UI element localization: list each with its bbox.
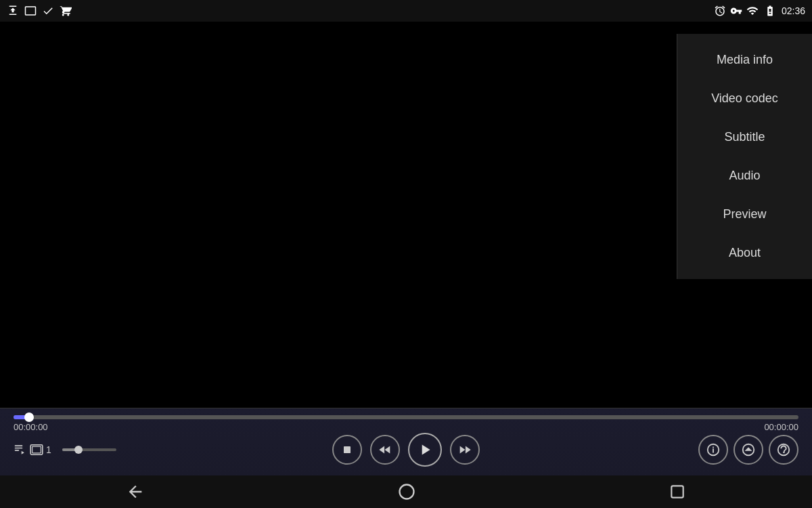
volume-thumb xyxy=(74,446,83,454)
status-bar: 02:36 xyxy=(0,0,812,22)
back-icon xyxy=(126,482,145,501)
help-button[interactable] xyxy=(769,435,798,465)
playlist-icon xyxy=(14,443,27,457)
playlist-number: 1 xyxy=(46,444,51,455)
left-controls: 1 xyxy=(14,443,116,457)
progress-container[interactable] xyxy=(10,408,802,421)
key-icon xyxy=(730,5,742,17)
task-icon xyxy=(42,5,54,17)
home-icon xyxy=(397,482,416,501)
context-menu: Media info Video codec Subtitle Audio Pr… xyxy=(677,34,812,279)
progress-thumb xyxy=(24,412,34,422)
alarm-icon xyxy=(714,5,726,17)
battery-icon xyxy=(763,5,777,17)
recent-icon xyxy=(669,483,686,501)
menu-item-media-info[interactable]: Media info xyxy=(677,41,812,79)
nav-recent-button[interactable] xyxy=(655,478,700,506)
time-row: 00:00:00 00:00:00 xyxy=(10,421,802,433)
download-icon xyxy=(7,5,19,17)
svg-point-11 xyxy=(399,485,413,499)
svg-rect-12 xyxy=(671,486,683,497)
nav-bar xyxy=(0,475,812,508)
svg-rect-0 xyxy=(15,445,23,446)
nav-home-button[interactable] xyxy=(384,477,430,507)
svg-rect-3 xyxy=(24,445,26,447)
info-button[interactable] xyxy=(698,435,728,465)
controls-row: 1 xyxy=(10,435,802,465)
status-time: 02:36 xyxy=(782,5,805,16)
status-icons-right: 02:36 xyxy=(714,5,805,17)
progress-bar[interactable] xyxy=(14,415,798,419)
menu-item-about[interactable]: About xyxy=(677,234,812,272)
svg-rect-7 xyxy=(344,446,351,453)
fast-forward-button[interactable] xyxy=(450,435,480,465)
menu-item-subtitle[interactable]: Subtitle xyxy=(677,118,812,156)
menu-item-preview[interactable]: Preview xyxy=(677,195,812,234)
menu-button[interactable] xyxy=(734,435,763,465)
time-total: 00:00:00 xyxy=(764,422,798,432)
nav-back-button[interactable] xyxy=(112,477,158,507)
volume-section xyxy=(62,448,116,451)
right-controls xyxy=(698,435,798,465)
shop-icon xyxy=(60,5,72,17)
menu-item-video-codec[interactable]: Video codec xyxy=(677,79,812,118)
volume-slider[interactable] xyxy=(62,448,116,451)
play-button[interactable] xyxy=(408,433,442,467)
screen-icon xyxy=(24,5,37,17)
svg-rect-4 xyxy=(15,445,16,450)
svg-rect-1 xyxy=(15,448,23,449)
wifi-icon xyxy=(746,5,759,17)
player-controls: 00:00:00 00:00:00 1 xyxy=(0,408,812,475)
playlist-section: 1 xyxy=(14,443,51,457)
rewind-button[interactable] xyxy=(370,435,400,465)
status-icons-left xyxy=(7,5,72,17)
menu-item-audio[interactable]: Audio xyxy=(677,156,812,195)
center-controls xyxy=(332,433,480,467)
stop-button[interactable] xyxy=(332,435,362,465)
frame-icon xyxy=(30,444,43,455)
time-current: 00:00:00 xyxy=(14,422,48,432)
svg-rect-6 xyxy=(32,446,41,453)
